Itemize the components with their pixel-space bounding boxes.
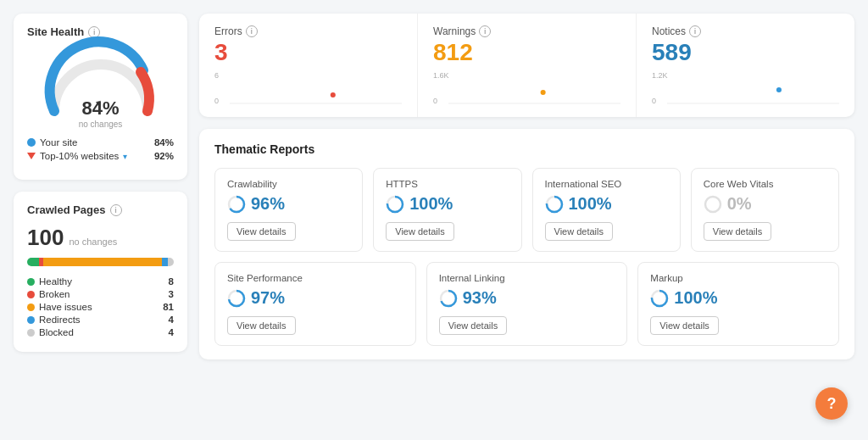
notices-label: Notices i: [652, 25, 839, 37]
report-international-seo: International SEO 100% View details: [532, 168, 681, 252]
site-health-label: Site Health: [27, 25, 84, 38]
crawled-pages-card: Crawled Pages i 100 no changes Healthy: [14, 192, 187, 352]
notices-info-icon[interactable]: i: [689, 25, 701, 37]
report-markup: Markup 100% View details: [637, 262, 839, 346]
core-web-vitals-name: Core Web Vitals: [704, 179, 826, 189]
blocked-dot: [27, 329, 35, 337]
international-seo-score: 100%: [545, 194, 668, 214]
https-view-details[interactable]: View details: [386, 222, 454, 241]
gauge-legend-row-1: Your site 84%: [27, 137, 174, 148]
crawl-row-broken: Broken 3: [27, 289, 174, 299]
errors-label: Errors i: [214, 25, 402, 37]
svg-point-2: [331, 92, 336, 97]
redirects-label: Redirects: [39, 315, 81, 325]
site-health-info-icon[interactable]: i: [88, 26, 100, 38]
site-performance-circle: [227, 289, 246, 308]
report-crawlability: Crawlability 96% View details: [214, 168, 363, 252]
crawl-row-blocked: Blocked 4: [27, 327, 174, 337]
svg-point-4: [541, 90, 546, 95]
site-performance-view-details[interactable]: View details: [227, 316, 296, 335]
errors-sparkline: 6 0: [214, 71, 402, 105]
https-circle: [386, 195, 404, 214]
blocked-label: Blocked: [39, 327, 74, 337]
crawled-pages-title: Crawled Pages i: [27, 203, 174, 216]
errors-value: 3: [214, 39, 402, 66]
report-https: HTTPS 100% View details: [373, 168, 521, 252]
errors-info-icon[interactable]: i: [246, 25, 258, 37]
international-seo-name: International SEO: [545, 179, 668, 189]
warnings-value: 812: [433, 39, 620, 66]
crawled-number: 100: [27, 225, 64, 251]
crawl-row-redirects: Redirects 4: [27, 315, 174, 325]
thematic-title: Thematic Reports: [214, 142, 839, 156]
markup-score: 100%: [650, 288, 826, 308]
https-name: HTTPS: [386, 179, 509, 189]
issues-dot: [27, 304, 35, 311]
top-sites-label: Top-10% websites: [40, 151, 119, 161]
gauge-label: 84% no changes: [79, 97, 123, 129]
top-sites-chevron[interactable]: ▾: [123, 152, 127, 161]
broken-value: 3: [169, 289, 174, 299]
notices-card: Notices i 589 1.2K 0: [637, 14, 854, 117]
healthy-label: Healthy: [39, 276, 72, 287]
crawlability-view-details[interactable]: View details: [227, 222, 296, 241]
crawled-no-change: no changes: [69, 237, 117, 247]
report-internal-linking: Internal Linking 93% View details: [426, 262, 628, 346]
gauge-percent: 84%: [79, 97, 123, 120]
crawlability-pct: 96%: [251, 194, 285, 214]
your-site-dot: [27, 138, 36, 147]
notices-sparkline: 1.2K 0: [652, 71, 839, 105]
gauge-sub: no changes: [79, 120, 123, 129]
internal-linking-view-details[interactable]: View details: [439, 316, 508, 335]
issues-segment: [43, 258, 162, 266]
crawled-pages-info-icon[interactable]: i: [110, 204, 122, 216]
blocked-segment: [168, 258, 174, 266]
https-score: 100%: [386, 194, 509, 214]
redirects-segment: [162, 258, 168, 266]
international-seo-view-details[interactable]: View details: [545, 222, 614, 241]
broken-label: Broken: [39, 289, 70, 299]
issues-label: Have issues: [39, 302, 92, 312]
blocked-value: 4: [169, 327, 174, 337]
warnings-sparkline: 1.6K 0: [433, 71, 620, 105]
site-performance-pct: 97%: [251, 288, 285, 308]
sidebar: Site Health i 84% no changes: [14, 14, 187, 359]
gauge-legend: Your site 84% Top-10% websites ▾ 92%: [27, 137, 174, 164]
crawled-progress-bar: [27, 258, 174, 266]
healthy-segment: [27, 258, 39, 266]
internal-linking-pct: 93%: [463, 288, 497, 308]
markup-pct: 100%: [674, 288, 717, 308]
core-web-vitals-view-details[interactable]: View details: [704, 222, 772, 241]
your-site-label: Your site: [40, 137, 77, 148]
top-sites-value: 92%: [154, 151, 174, 161]
report-site-performance: Site Performance 97% View details: [214, 262, 416, 346]
right-panel: Errors i 3 6 0 Warni: [199, 14, 854, 359]
warnings-info-icon[interactable]: i: [479, 25, 491, 37]
stats-row: Errors i 3 6 0 Warni: [199, 14, 854, 117]
crawlability-name: Crawlability: [227, 179, 350, 189]
bottom-reports-grid: Site Performance 97% View details Intern…: [214, 262, 839, 346]
warnings-label: Warnings i: [433, 25, 620, 37]
site-health-card: Site Health i 84% no changes: [14, 14, 187, 180]
internal-linking-circle: [439, 289, 458, 308]
markup-name: Markup: [650, 273, 826, 283]
warnings-card: Warnings i 812 1.6K 0: [418, 14, 637, 117]
site-performance-score: 97%: [227, 288, 403, 308]
crawl-row-issues: Have issues 81: [27, 302, 174, 312]
core-web-vitals-score: 0%: [704, 194, 826, 214]
thematic-reports-card: Thematic Reports Crawlability 96% View d…: [199, 129, 854, 359]
international-seo-pct: 100%: [569, 194, 612, 214]
markup-view-details[interactable]: View details: [650, 316, 719, 335]
issues-value: 81: [163, 302, 174, 312]
healthy-dot: [27, 278, 35, 286]
errors-card: Errors i 3 6 0: [199, 14, 418, 117]
crawled-pages-label: Crawled Pages: [27, 203, 106, 216]
crawled-count: 100 no changes: [27, 225, 174, 251]
core-web-vitals-circle: [704, 195, 722, 214]
crawl-row-healthy: Healthy 8: [27, 276, 174, 287]
crawlability-score: 96%: [227, 194, 350, 214]
international-seo-circle: [545, 195, 564, 214]
broken-dot: [27, 291, 35, 298]
svg-point-13: [705, 197, 721, 212]
notices-value: 589: [652, 39, 839, 66]
